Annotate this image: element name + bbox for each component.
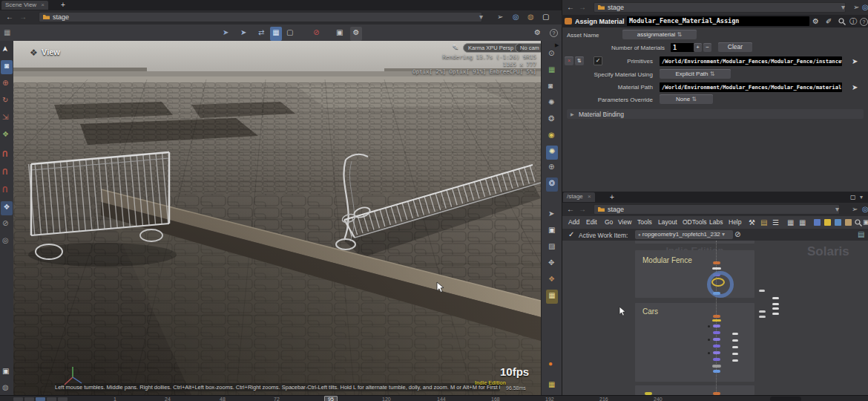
link-target-icon[interactable]: ◎ [862, 4, 868, 11]
texture-grid-icon[interactable]: ▦ [546, 290, 558, 304]
primitives-menu-icon[interactable]: ▾ [839, 59, 842, 65]
add-material-button[interactable]: + [694, 43, 702, 52]
pane-menu-icon[interactable]: ▾ [860, 195, 863, 200]
handles-icon[interactable]: ⇄ [258, 29, 264, 36]
node[interactable] [713, 338, 720, 341]
select-mode-icon[interactable]: ➤ [223, 29, 228, 36]
node-flag[interactable] [732, 353, 738, 355]
camera-pill[interactable]: No cam ▾ [515, 43, 541, 53]
info-icon[interactable]: ⓘ [849, 18, 857, 25]
tab-stage[interactable]: /stage × [563, 192, 595, 202]
node[interactable] [772, 307, 779, 310]
node-name-field[interactable]: Modular_Fence_Material_Assign [627, 16, 809, 26]
translate-tool-icon[interactable]: ⊕ [2, 79, 8, 87]
node-flag[interactable] [732, 333, 738, 335]
background-image-icon[interactable]: ▨ [548, 243, 555, 250]
headlight-icon[interactable]: ✺ [548, 99, 554, 106]
camera-tool-icon[interactable]: ◎ [2, 237, 9, 244]
link-target-icon[interactable]: ◎ [513, 13, 519, 21]
current-frame-indicator[interactable]: 95 [324, 396, 338, 401]
pick-mode-icon[interactable]: ➤ [548, 210, 554, 218]
link-target-icon[interactable]: ◎ [862, 206, 868, 213]
bookmark-list-icon[interactable]: ▤ [760, 219, 767, 226]
node[interactable] [713, 370, 720, 373]
pose-tool-icon[interactable]: ❖ [2, 131, 9, 138]
display-options-icon[interactable]: ⚙ [350, 27, 362, 41]
color-grid-icon[interactable]: ▦ [548, 381, 555, 388]
primitives-field[interactable]: /World/Environment/Modular_Fences/Modula… [660, 56, 842, 66]
parameters-override-dropdown[interactable]: None ⇅ [660, 94, 713, 104]
marquee-icon[interactable]: ▢ [286, 29, 293, 36]
frame-icon[interactable]: ▣ [548, 226, 555, 234]
path-dropdown-icon[interactable]: ▾ [479, 13, 483, 21]
new-tab-icon[interactable]: + [610, 194, 614, 201]
playbar-button[interactable] [47, 397, 56, 401]
menu-labs[interactable]: Labs [709, 216, 723, 229]
path-dropdown-icon[interactable]: ▾ [835, 206, 839, 213]
globe-icon[interactable]: ◍ [527, 13, 534, 21]
snap-point-icon[interactable]: U [2, 167, 7, 175]
playbar-button[interactable] [13, 397, 23, 401]
delete-block-button[interactable]: × [565, 56, 573, 65]
viewport-settings-icon[interactable]: ⚙ [534, 29, 541, 36]
node[interactable] [772, 313, 779, 315]
material-path-field[interactable]: /World/Environment/Modular_Fences/Modula… [660, 82, 842, 92]
help-icon[interactable]: ? [550, 29, 558, 37]
split-horizontal-icon[interactable] [814, 219, 821, 226]
network-box-modular-fence[interactable]: Modular Fence [635, 250, 754, 298]
cook-status-icon[interactable]: ⊘ [734, 231, 740, 238]
node[interactable] [759, 290, 765, 292]
pin-icon[interactable]: ➢ [852, 206, 858, 213]
node[interactable] [713, 261, 720, 264]
node[interactable] [712, 267, 721, 270]
playbar[interactable]: 1 24 48 72 95 120 144 168 192 216 240 [0, 395, 868, 401]
brush-icon[interactable]: ✐ [826, 18, 832, 25]
snapshot-tool-icon[interactable]: ▣ [2, 368, 9, 375]
scenegraph-grid-icon[interactable]: ▦ [548, 66, 555, 74]
node[interactable] [713, 358, 720, 361]
pane-expand-icon[interactable]: ▶ [555, 42, 559, 48]
environment-icon[interactable]: ❂ [548, 115, 554, 123]
node[interactable] [772, 303, 779, 305]
menu-help[interactable]: Help [729, 216, 741, 229]
split-vertical-icon[interactable] [835, 219, 841, 226]
reselect-icon[interactable]: ➤ [852, 84, 858, 91]
params-path-field[interactable]: stage [594, 2, 846, 13]
render-region-icon[interactable]: ❖ [1, 201, 13, 215]
layout-grid-icon[interactable]: ▦ [787, 219, 794, 226]
num-materials-field[interactable]: 1 [671, 43, 694, 52]
new-tab-icon[interactable]: + [61, 1, 65, 9]
layout-grid2-icon[interactable]: ▦ [799, 219, 806, 226]
lock-icon[interactable]: ◙ [548, 82, 553, 90]
back-icon[interactable]: ← [567, 206, 574, 213]
rotate-tool-icon[interactable]: ↻ [2, 97, 8, 104]
help-icon[interactable]: ? [860, 18, 868, 26]
path-field[interactable]: stage [39, 12, 482, 22]
view-menu-icon[interactable]: ❖ [30, 48, 38, 57]
pivot-icon[interactable]: ⊕ [548, 163, 554, 171]
pin-icon[interactable]: ➢ [853, 4, 859, 11]
snap-multi-icon[interactable]: U [2, 185, 7, 192]
playbar-button[interactable] [24, 397, 34, 401]
snap-grid-icon[interactable]: U [2, 149, 7, 157]
network-box-partial-top[interactable] [635, 241, 754, 244]
node[interactable] [712, 365, 721, 368]
sticky-note-icon[interactable] [824, 219, 831, 226]
node[interactable] [713, 351, 720, 354]
remove-material-button[interactable]: − [703, 43, 711, 52]
forward-icon[interactable]: → [579, 206, 586, 213]
path-dropdown-icon[interactable]: ▾ [841, 4, 845, 11]
network-path-field[interactable]: stage [594, 204, 840, 215]
domelight-icon[interactable]: ◉ [548, 131, 555, 139]
search-icon[interactable] [838, 18, 846, 25]
hydra-icon[interactable]: ❂ [546, 177, 558, 192]
grid-snap-icon[interactable]: ▣ [863, 219, 868, 226]
notes-icon[interactable]: ☰ [772, 219, 779, 226]
node-flag[interactable] [732, 346, 738, 348]
renderer-pill[interactable]: Karma XPU Persp ▾ [463, 43, 523, 53]
secure-select-icon[interactable]: ➤ [240, 29, 246, 36]
snapshot-grid-icon[interactable]: ▦ [270, 27, 282, 41]
lights-enabled-icon[interactable]: ✺ [546, 146, 558, 160]
material-binding-section[interactable]: ▶ Material Binding [567, 109, 864, 119]
reorder-block-button[interactable]: ⇅ [575, 56, 584, 65]
